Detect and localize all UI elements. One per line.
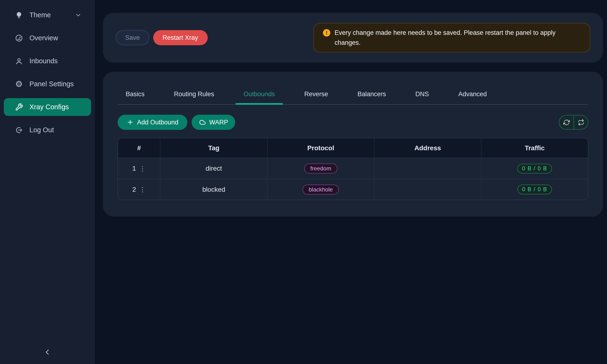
sidebar-item-panel-settings[interactable]: ⚙ Panel Settings: [4, 75, 91, 93]
traffic-badge: 0 B / 0 B: [517, 164, 552, 173]
row-menu-button[interactable]: ⋮: [139, 186, 146, 193]
reload-button[interactable]: [559, 116, 574, 129]
chevron-left-icon: [43, 348, 52, 356]
restart-xray-button[interactable]: Restart Xray: [153, 30, 208, 45]
address-cell: [374, 158, 481, 179]
tag-cell: direct: [160, 158, 267, 179]
index-cell: 2 ⋮: [118, 179, 160, 200]
index-cell: 1 ⋮: [118, 158, 160, 179]
tab-reverse[interactable]: Reverse: [296, 91, 336, 104]
sidebar-item-xray-configs[interactable]: Xray Configs: [4, 98, 91, 116]
save-button[interactable]: Save: [116, 30, 149, 45]
sidebar-item-label: Inbounds: [29, 57, 58, 65]
tab-dns[interactable]: DNS: [407, 91, 437, 104]
column-header-tag: Tag: [160, 138, 267, 158]
tab-balancers[interactable]: Balancers: [349, 91, 394, 104]
warning-alert: ! Every change made here needs to be sav…: [314, 23, 590, 52]
repeat-button[interactable]: [574, 116, 588, 129]
gear-icon: ⚙: [15, 80, 23, 88]
traffic-cell: 0 B / 0 B: [481, 158, 588, 179]
tab-advanced[interactable]: Advanced: [450, 91, 495, 104]
table-header-row: # Tag Protocol Address Traffic: [118, 138, 588, 158]
traffic-badge: 0 B / 0 B: [517, 185, 552, 194]
toolbar-card: Save Restart Xray ! Every change made he…: [103, 13, 603, 63]
row-index: 2: [132, 186, 136, 193]
sidebar-item-overview[interactable]: Overview: [4, 29, 91, 47]
add-outbound-button[interactable]: Add Outbound: [118, 115, 187, 130]
sidebar-item-theme[interactable]: Theme: [4, 6, 91, 24]
traffic-cell: 0 B / 0 B: [481, 179, 588, 200]
sidebar-item-log-out[interactable]: Log Out: [4, 121, 91, 139]
row-index: 1: [132, 165, 136, 172]
main-content: Save Restart Xray ! Every change made he…: [95, 0, 607, 364]
user-icon: [15, 57, 23, 65]
warning-icon: !: [323, 29, 330, 37]
table-row: 2 ⋮ blocked blackhole 0 B / 0 B: [118, 179, 588, 200]
protocol-cell: blackhole: [267, 179, 374, 200]
tab-routing-rules[interactable]: Routing Rules: [166, 91, 222, 104]
column-header-index: #: [118, 138, 160, 158]
wrench-icon: [15, 103, 23, 111]
sync-icon: [563, 119, 570, 126]
warning-alert-text: Every change made here needs to be saved…: [335, 28, 578, 48]
sidebar-item-label: Theme: [29, 11, 51, 19]
column-header-protocol: Protocol: [267, 138, 374, 158]
column-header-address: Address: [374, 138, 481, 158]
address-cell: [374, 179, 481, 200]
column-header-traffic: Traffic: [481, 138, 588, 158]
tag-cell: blocked: [160, 179, 267, 200]
sidebar-collapse-button[interactable]: [40, 345, 54, 359]
app-root: Theme Overview Inbounds ⚙ Panel Sett: [0, 0, 607, 364]
table-row: 1 ⋮ direct freedom 0 B / 0 B: [118, 158, 588, 179]
actions-row: Add Outbound WARP: [118, 115, 588, 130]
warp-label: WARP: [209, 119, 228, 126]
chevron-down-icon: [75, 12, 81, 18]
logout-icon: [15, 126, 23, 134]
sidebar-item-label: Log Out: [29, 126, 54, 134]
bulb-icon: [15, 11, 23, 19]
sidebar-item-label: Xray Configs: [29, 103, 69, 111]
xray-configs-card: Basics Routing Rules Outbounds Reverse B…: [103, 72, 603, 217]
protocol-cell: freedom: [267, 158, 374, 179]
tab-basics[interactable]: Basics: [118, 91, 153, 104]
add-outbound-label: Add Outbound: [137, 119, 178, 126]
warp-button[interactable]: WARP: [192, 115, 235, 130]
sidebar-item-label: Overview: [29, 34, 58, 42]
cloud-icon: [199, 119, 206, 126]
plus-icon: [127, 119, 134, 126]
sidebar: Theme Overview Inbounds ⚙ Panel Sett: [0, 0, 95, 364]
sidebar-item-label: Panel Settings: [29, 80, 74, 88]
tab-bar: Basics Routing Rules Outbounds Reverse B…: [118, 91, 588, 105]
sidebar-item-inbounds[interactable]: Inbounds: [4, 52, 91, 70]
sidebar-nav: Theme Overview Inbounds ⚙ Panel Sett: [0, 6, 95, 139]
outbounds-table: # Tag Protocol Address Traffic 1: [118, 138, 588, 200]
dashboard-icon: [15, 34, 23, 42]
repeat-icon: [578, 119, 584, 126]
protocol-badge: blackhole: [303, 185, 339, 195]
protocol-badge: freedom: [304, 164, 337, 173]
refresh-button-group: [559, 115, 588, 130]
row-menu-button[interactable]: ⋮: [139, 165, 146, 172]
tab-outbounds[interactable]: Outbounds: [236, 91, 283, 104]
